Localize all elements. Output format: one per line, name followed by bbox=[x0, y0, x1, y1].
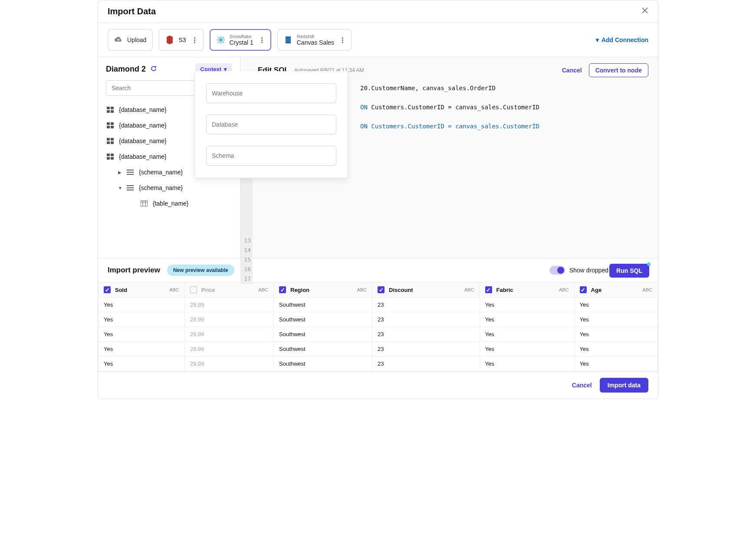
column-type: ABC bbox=[464, 287, 474, 292]
column-header[interactable]: PriceABC bbox=[184, 282, 273, 298]
column-header[interactable]: ✓RegionABC bbox=[274, 282, 372, 298]
tree-database-label: {database_name} bbox=[119, 138, 167, 144]
tree-database-label: {database_name} bbox=[119, 106, 167, 113]
caret-right-icon: ▶ bbox=[118, 170, 122, 175]
table-row: Yes29.99Southwest23YesYes bbox=[99, 357, 658, 371]
table-cell: Southwest bbox=[274, 312, 372, 327]
table-cell: Yes bbox=[480, 342, 574, 357]
upload-button[interactable]: Upload bbox=[108, 29, 153, 51]
tree-table[interactable]: {table_name} bbox=[106, 196, 232, 211]
database-icon bbox=[107, 107, 115, 113]
column-type: ABC bbox=[357, 287, 367, 292]
context-popover bbox=[194, 71, 348, 178]
table-row: Yes29.99Southwest23YesYes bbox=[99, 342, 658, 357]
table-row: Yes29.99Southwest23YesYes bbox=[99, 312, 658, 327]
table-cell: Yes bbox=[480, 357, 574, 371]
import-data-button[interactable]: Import data bbox=[600, 378, 648, 393]
table-cell: Yes bbox=[574, 342, 657, 357]
column-name: Region bbox=[290, 287, 309, 293]
snowflake-label: Crystal 1 bbox=[230, 39, 253, 46]
svg-rect-4 bbox=[107, 122, 110, 125]
table-cell: Yes bbox=[574, 298, 657, 312]
tree-table-label: {table_name} bbox=[153, 200, 189, 207]
column-checkbox[interactable]: ✓ bbox=[485, 286, 492, 293]
table-cell: Yes bbox=[99, 312, 185, 327]
database-icon bbox=[107, 154, 115, 160]
table-cell: 29.99 bbox=[184, 357, 273, 371]
connection-title: Diamond 2 bbox=[106, 65, 146, 74]
chevron-down-icon: ▾ bbox=[596, 36, 599, 43]
table-cell: Yes bbox=[574, 327, 657, 342]
column-header[interactable]: ✓FabricABC bbox=[480, 282, 574, 298]
column-header[interactable]: ✓DiscountABC bbox=[372, 282, 480, 298]
svg-rect-19 bbox=[127, 185, 134, 186]
column-type: ABC bbox=[559, 287, 569, 292]
column-checkbox[interactable] bbox=[190, 286, 197, 293]
schema-icon bbox=[127, 170, 135, 175]
svg-rect-7 bbox=[111, 126, 114, 128]
column-name: Price bbox=[201, 287, 215, 293]
snowflake-sup: Snowflake bbox=[230, 34, 253, 39]
svg-rect-8 bbox=[107, 138, 110, 141]
table-icon bbox=[141, 200, 148, 206]
svg-rect-22 bbox=[141, 200, 148, 206]
svg-rect-15 bbox=[111, 157, 114, 160]
column-checkbox[interactable]: ✓ bbox=[104, 286, 111, 293]
database-input[interactable] bbox=[206, 115, 336, 134]
convert-to-node-button[interactable]: Convert to node bbox=[589, 63, 648, 77]
database-icon bbox=[107, 122, 115, 128]
svg-rect-14 bbox=[107, 157, 110, 160]
tree-schema[interactable]: ▼ {schema_name} bbox=[106, 180, 232, 196]
kebab-icon[interactable] bbox=[191, 37, 197, 43]
show-dropped-toggle[interactable] bbox=[549, 266, 565, 275]
warehouse-input[interactable] bbox=[206, 83, 336, 103]
svg-rect-13 bbox=[111, 154, 114, 156]
redshift-connection-button[interactable]: Redshift Canvas Sales bbox=[277, 29, 352, 51]
table-cell: Yes bbox=[99, 298, 185, 312]
page-title: Import Data bbox=[108, 7, 156, 16]
column-type: ABC bbox=[169, 287, 179, 292]
column-type: ABC bbox=[258, 287, 268, 292]
close-icon[interactable] bbox=[641, 7, 648, 16]
column-checkbox[interactable]: ✓ bbox=[279, 286, 286, 293]
svg-rect-11 bbox=[111, 141, 114, 144]
column-header[interactable]: ✓AgeABC bbox=[574, 282, 657, 298]
table-cell: Southwest bbox=[274, 357, 372, 371]
table-cell: 23 bbox=[372, 327, 480, 342]
column-name: Fabric bbox=[496, 287, 513, 293]
column-header[interactable]: ✓SoldABC bbox=[99, 282, 185, 298]
table-cell: Yes bbox=[480, 312, 574, 327]
cancel-button[interactable]: Cancel bbox=[572, 382, 592, 389]
snowflake-connection-button[interactable]: Snowflake Crystal 1 bbox=[210, 29, 271, 51]
table-cell: Southwest bbox=[274, 298, 372, 312]
table-cell: 23 bbox=[372, 357, 480, 371]
column-checkbox[interactable]: ✓ bbox=[580, 286, 587, 293]
tree-database-label: {database_name} bbox=[119, 122, 167, 129]
caret-down-icon: ▼ bbox=[118, 186, 122, 190]
snowflake-icon bbox=[217, 36, 225, 44]
s3-connection-button[interactable]: S3 bbox=[159, 29, 203, 51]
run-sql-button[interactable]: Run SQL bbox=[609, 264, 649, 278]
redshift-sup: Redshift bbox=[297, 34, 334, 39]
svg-rect-0 bbox=[107, 107, 110, 109]
s3-icon bbox=[165, 36, 174, 44]
schema-input[interactable] bbox=[206, 146, 336, 166]
svg-rect-16 bbox=[127, 170, 134, 170]
table-cell: Yes bbox=[99, 342, 185, 357]
table-cell: 29.99 bbox=[184, 342, 273, 357]
kebab-icon[interactable] bbox=[258, 37, 264, 43]
table-cell: 29.99 bbox=[184, 327, 273, 342]
svg-rect-6 bbox=[107, 126, 110, 128]
refresh-icon[interactable] bbox=[150, 65, 157, 74]
svg-rect-20 bbox=[127, 187, 134, 188]
column-checkbox[interactable]: ✓ bbox=[378, 286, 385, 293]
table-cell: Yes bbox=[574, 357, 657, 371]
table-cell: Yes bbox=[574, 312, 657, 327]
cancel-edit-button[interactable]: Cancel bbox=[562, 67, 582, 74]
kebab-icon[interactable] bbox=[339, 37, 345, 43]
preview-title: Import preview bbox=[108, 266, 160, 275]
new-preview-badge[interactable]: New preview available bbox=[167, 265, 234, 276]
svg-rect-18 bbox=[127, 174, 134, 175]
tree-schema-label: {schema_name} bbox=[139, 169, 183, 176]
add-connection-button[interactable]: ▾ Add Connection bbox=[596, 36, 648, 43]
